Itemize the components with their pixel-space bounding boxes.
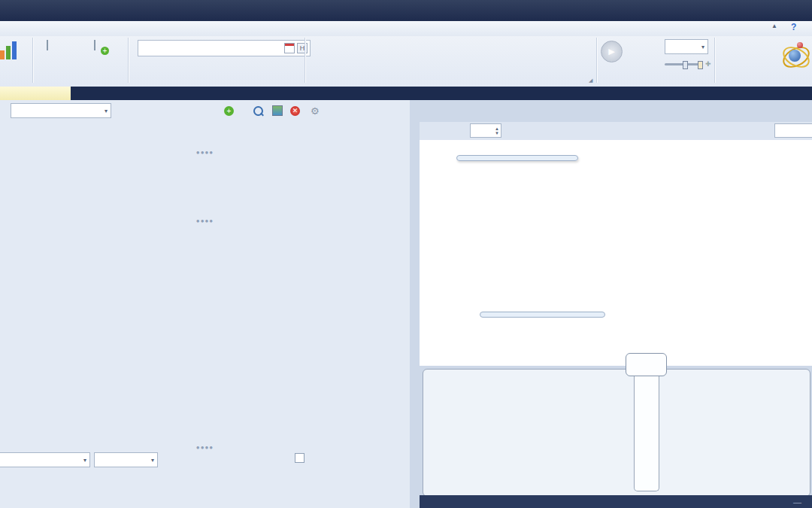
chevron-down-icon: ▾ (701, 44, 704, 50)
export-icon[interactable] (272, 105, 283, 116)
speed-slider-thumb[interactable] (683, 61, 688, 69)
zoom-slider-icon[interactable]: — (793, 497, 801, 506)
chart-date-annotation[interactable] (480, 312, 605, 318)
spinner-arrows-icon[interactable]: ▲▼ (495, 126, 501, 135)
play-button[interactable]: ▶ (601, 41, 623, 62)
group-separator (596, 38, 598, 83)
trade-log-icon[interactable] (47, 41, 48, 50)
speed-slider[interactable] (665, 63, 702, 65)
greeks-panel (423, 369, 810, 497)
chevron-down-icon: ▾ (83, 457, 86, 464)
group-separator (714, 38, 716, 83)
projection-date-field[interactable] (774, 123, 812, 138)
app-logo-icon (780, 41, 810, 74)
optionnet-explorer-window: ▲ ? + H ◢ ▶ ▾ ✚ (0, 0, 812, 508)
splitter[interactable]: ●●●● (0, 149, 410, 156)
position-toolbar: ▾ + ✕ ⚙ (0, 102, 410, 120)
splitter[interactable]: ●●●● (0, 217, 410, 224)
current-price-box (626, 353, 667, 376)
chart-legend[interactable] (456, 155, 578, 161)
checkbox-icon (295, 453, 304, 463)
menu-bar (0, 21, 812, 37)
tab-analysis-es[interactable] (0, 87, 71, 100)
remove-icon[interactable]: ✕ (290, 106, 300, 116)
plus-icon: + (224, 106, 234, 116)
gear-icon[interactable]: ⚙ (311, 105, 320, 117)
splitter[interactable]: ●●●● (0, 444, 410, 451)
calendar-icon[interactable] (284, 43, 295, 53)
search-icon[interactable] (253, 106, 263, 116)
trading-date-field[interactable]: H (138, 40, 311, 56)
chevron-down-icon: ▾ (151, 457, 154, 464)
group-expand-icon[interactable]: ◢ (589, 78, 592, 84)
collapse-ribbon-icon[interactable]: ▲ (771, 23, 777, 29)
ignore-trades-checkbox[interactable] (295, 453, 308, 463)
auto-select[interactable]: ▾ (94, 452, 158, 467)
chart-status-bar: — (420, 495, 812, 508)
strategy-select[interactable]: ▾ (11, 103, 111, 118)
speed-slider-end (698, 61, 703, 69)
speed-plus-icon[interactable]: ✚ (705, 60, 711, 68)
help-icon[interactable]: ? (791, 22, 796, 32)
interval-select[interactable]: ▾ (665, 39, 708, 54)
commit-trade-icon[interactable]: + (94, 41, 95, 50)
commit-button[interactable]: + (224, 106, 237, 116)
group-separator (128, 38, 129, 83)
title-bar (0, 0, 812, 21)
group-separator (304, 38, 306, 83)
combined-select[interactable]: ▾ (0, 452, 90, 467)
reports-icon[interactable] (0, 40, 20, 59)
vol-adjust-spinner[interactable]: ▲▼ (470, 123, 501, 138)
current-price-column-highlight (634, 366, 659, 491)
chevron-down-icon: ▾ (105, 108, 108, 114)
group-separator (32, 38, 34, 83)
risk-chart-svg[interactable] (420, 140, 812, 366)
document-tab-strip (0, 87, 812, 102)
